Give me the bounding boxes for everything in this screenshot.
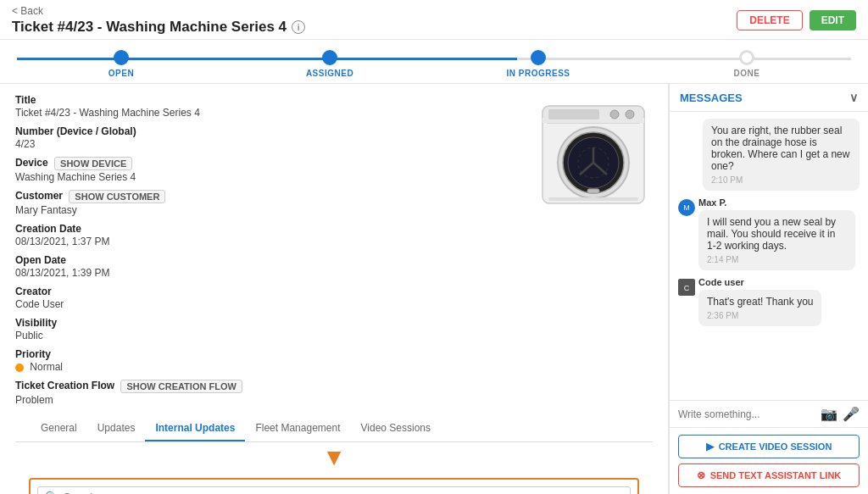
- top-actions: DELETE EDIT: [737, 10, 856, 31]
- field-visibility: Visibility Public: [15, 317, 534, 341]
- show-customer-badge[interactable]: SHOW CUSTOMER: [69, 190, 165, 203]
- messages-list: You are right, the rubber seal on the dr…: [670, 112, 868, 400]
- sender-avatar-max: M: [678, 199, 695, 216]
- message-sender-2: Max P.: [698, 197, 855, 208]
- message-input[interactable]: [678, 408, 815, 420]
- search-icon: 🔍: [45, 491, 58, 494]
- washing-machine-image: [538, 97, 648, 210]
- svg-point-4: [610, 110, 619, 119]
- tab-updates[interactable]: Updates: [87, 416, 146, 441]
- step-dot-in-progress: [531, 50, 546, 65]
- field-priority: Priority Normal: [15, 348, 534, 373]
- step-dot-done: [739, 50, 754, 65]
- field-open-date: Open Date 08/13/2021, 1:39 PM: [15, 254, 534, 279]
- delete-button[interactable]: DELETE: [737, 10, 802, 31]
- field-customer: Customer SHOW CUSTOMER Mary Fantasy: [15, 190, 534, 216]
- internal-updates-section: 🔍 Max P. 3:00 PM Spa: [29, 478, 639, 494]
- message-item-2: M Max P. I will send you a new seal by m…: [678, 197, 855, 270]
- field-creator: Creator Code User: [15, 286, 534, 310]
- message-text-2: I will send you a new seal by mail. You …: [707, 216, 847, 252]
- tab-fleet[interactable]: Fleet Management: [245, 416, 350, 441]
- topbar: Back Ticket #4/23 - Washing Machine Seri…: [0, 0, 868, 40]
- svg-text:C: C: [684, 284, 690, 292]
- tab-general[interactable]: General: [31, 416, 87, 441]
- message-input-area: 📷 🎤: [670, 400, 868, 427]
- messages-panel: MESSAGES ∨ You are right, the rubber sea…: [669, 84, 868, 494]
- step-done: DONE: [643, 50, 851, 78]
- message-item-3: C Code user That's great! Thank you 2:36…: [678, 277, 821, 326]
- step-label-in-progress: IN PROGRESS: [507, 69, 570, 78]
- field-device: Device SHOW DEVICE Washing Machine Serie…: [15, 157, 534, 183]
- step-dot-open: [114, 50, 129, 65]
- show-creation-flow-badge[interactable]: SHOW CREATION FLOW: [120, 380, 242, 393]
- svg-rect-14: [548, 197, 638, 201]
- message-time-3: 2:36 PM: [707, 311, 813, 320]
- priority-dot: [15, 364, 24, 372]
- tab-internal-updates[interactable]: Internal Updates: [145, 416, 245, 441]
- warning-icon: ⊗: [697, 469, 705, 481]
- message-item-1: You are right, the rubber seal on the dr…: [703, 119, 860, 191]
- field-flow: Ticket Creation Flow SHOW CREATION FLOW …: [15, 380, 534, 406]
- message-sender-3: Code user: [698, 277, 821, 287]
- step-assigned: ASSIGNED: [225, 50, 434, 78]
- message-text-3: That's great! Thank you: [707, 296, 813, 308]
- step-label-open: OPEN: [108, 69, 134, 78]
- tab-video[interactable]: Video Sessions: [351, 416, 442, 441]
- send-text-assistant-button[interactable]: ⊗ SEND TEXT ASSISTANT LINK: [678, 463, 860, 487]
- step-dot-assigned: [322, 50, 337, 65]
- step-label-assigned: ASSIGNED: [306, 69, 353, 78]
- chevron-down-icon[interactable]: ∨: [849, 91, 858, 104]
- info-icon[interactable]: i: [292, 20, 305, 34]
- messages-header: MESSAGES ∨: [670, 84, 868, 112]
- create-video-session-button[interactable]: ▶ CREATE VIDEO SESSION: [678, 435, 860, 458]
- step-label-done: DONE: [734, 69, 760, 78]
- left-panel: Title Ticket #4/23 - Washing Machine Ser…: [0, 84, 669, 494]
- search-input[interactable]: [64, 491, 623, 495]
- svg-rect-3: [548, 109, 599, 119]
- step-in-progress: IN PROGRESS: [434, 50, 643, 78]
- field-title: Title Ticket #4/23 - Washing Machine Ser…: [15, 94, 534, 119]
- arrow-down-indicator: ▼: [322, 444, 346, 471]
- show-device-badge[interactable]: SHOW DEVICE: [54, 157, 132, 170]
- message-text-1: You are right, the rubber seal on the dr…: [711, 125, 851, 172]
- tabs-row: General Updates Internal Updates Fleet M…: [15, 416, 653, 442]
- mic-icon[interactable]: 🎤: [843, 406, 860, 422]
- back-link[interactable]: Back: [12, 5, 305, 17]
- progress-bar: OPEN ASSIGNED IN PROGRESS DONE: [0, 40, 868, 84]
- field-number: Number (Device / Global) 4/23: [15, 125, 534, 150]
- action-buttons: ▶ CREATE VIDEO SESSION ⊗ SEND TEXT ASSIS…: [670, 427, 868, 494]
- message-time-2: 2:14 PM: [707, 255, 847, 264]
- page-title: Ticket #4/23 - Washing Machine Series 4 …: [12, 19, 305, 36]
- step-open: OPEN: [17, 50, 225, 78]
- sender-avatar-code: C: [678, 279, 695, 296]
- field-creation-date: Creation Date 08/13/2021, 1:37 PM: [15, 223, 534, 247]
- search-bar: 🔍: [37, 486, 631, 494]
- svg-rect-13: [587, 189, 599, 193]
- message-time-1: 2:10 PM: [711, 175, 851, 185]
- edit-button[interactable]: EDIT: [810, 10, 856, 31]
- camera-icon[interactable]: 📷: [821, 406, 837, 422]
- svg-point-5: [626, 110, 634, 119]
- video-icon: ▶: [706, 441, 714, 452]
